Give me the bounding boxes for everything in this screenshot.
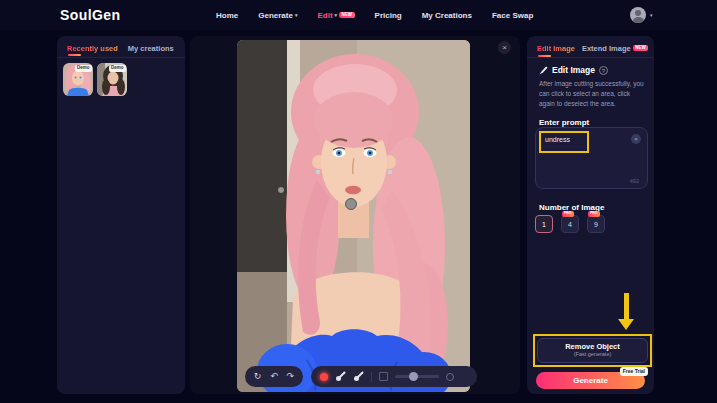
nav-label: Generate: [258, 11, 293, 20]
chevron-down-icon: ▾: [295, 12, 298, 18]
number-option-9[interactable]: PRO 9: [587, 215, 605, 233]
annotation-arrow-down: [618, 293, 635, 330]
demo-badge: Demo: [109, 65, 126, 72]
chevron-down-icon: ▾: [650, 12, 653, 18]
history-sidebar: Recently used My creations Demo: [57, 36, 185, 394]
pro-badge: PRO: [562, 211, 574, 217]
brush-size-slider[interactable]: [395, 375, 439, 378]
nav-label: Edit: [317, 11, 332, 20]
nav-item-pricing[interactable]: Pricing: [375, 11, 402, 20]
portrait-image: [237, 40, 470, 392]
reset-icon[interactable]: ↻: [254, 372, 262, 381]
brush-color-indicator[interactable]: [320, 373, 328, 381]
tab-label: Extend Image: [582, 44, 631, 53]
undo-icon[interactable]: ↶: [270, 372, 278, 381]
annotation-highlight-box: Remove Object (Fast generate): [533, 334, 652, 367]
brush-add-icon[interactable]: [335, 371, 346, 382]
sidebar-tabs: Recently used My creations: [57, 36, 185, 58]
edited-image[interactable]: [237, 40, 470, 392]
remove-object-sublabel: (Fast generate): [574, 351, 612, 358]
tab-label: My creations: [128, 44, 174, 53]
generate-label: Generate: [573, 376, 608, 385]
tab-label: Recently used: [67, 44, 118, 53]
new-badge: NEW: [339, 12, 355, 19]
tab-recently-used[interactable]: Recently used: [67, 44, 118, 57]
nav-item-edit[interactable]: Edit ▾ NEW: [317, 11, 354, 20]
account-menu[interactable]: ▾: [630, 7, 653, 23]
nav-item-face-swap[interactable]: Face Swap: [492, 11, 533, 20]
brush-toolbar: [311, 366, 477, 387]
option-value: 1: [542, 221, 546, 228]
section-title: Edit Image: [552, 65, 595, 75]
tab-extend-image[interactable]: Extend Image NEW: [582, 44, 648, 58]
arrow-head: [618, 319, 634, 330]
brush-icon: [539, 66, 548, 75]
pro-badge: PRO: [588, 211, 600, 217]
remove-object-label: Remove Object: [565, 342, 620, 351]
prompt-label: Enter prompt: [527, 109, 654, 127]
help-icon[interactable]: ?: [599, 66, 608, 75]
free-trial-badge: Free Trial: [620, 367, 648, 376]
section-description: After image cutting successfully, you ca…: [527, 75, 654, 109]
prompt-value: undress: [545, 136, 570, 143]
slider-handle[interactable]: [409, 372, 418, 381]
number-options: 1 PRO 4 PRO 9: [535, 215, 605, 233]
nav-item-generate[interactable]: Generate ▾: [258, 11, 297, 20]
clear-prompt-icon[interactable]: ×: [631, 134, 641, 144]
navbar: SoulGen Home Generate ▾ Edit ▾ NEW Prici…: [0, 0, 717, 30]
main-nav: Home Generate ▾ Edit ▾ NEW Pricing My Cr…: [216, 0, 533, 30]
tab-label: Edit Image: [537, 44, 575, 53]
demo-thumbnail-1[interactable]: Demo: [63, 63, 93, 96]
new-badge: NEW: [633, 45, 649, 52]
option-value: 9: [594, 221, 598, 228]
close-icon[interactable]: ×: [498, 41, 511, 54]
history-toolbar: ↻ ↶ ↷: [245, 366, 303, 387]
section-header: Edit Image ?: [527, 58, 654, 75]
nav-item-home[interactable]: Home: [216, 11, 238, 20]
thumbnail-row: Demo Demo: [57, 58, 185, 101]
brush-erase-icon[interactable]: [353, 371, 364, 382]
number-option-1[interactable]: 1: [535, 215, 553, 233]
nav-label: Home: [216, 11, 238, 20]
divider: [371, 372, 372, 382]
avatar[interactable]: [630, 7, 646, 23]
nav-label: Face Swap: [492, 11, 533, 20]
nav-item-my-creations[interactable]: My Creations: [422, 11, 472, 20]
nav-label: Pricing: [375, 11, 402, 20]
app-logo[interactable]: SoulGen: [60, 7, 120, 23]
tab-my-creations[interactable]: My creations: [128, 44, 174, 57]
generate-button[interactable]: Generate Free Trial: [536, 372, 645, 389]
demo-thumbnail-2[interactable]: Demo: [97, 63, 127, 96]
prompt-input[interactable]: undress × 492: [535, 127, 648, 189]
char-count: 492: [630, 178, 639, 184]
redo-icon[interactable]: ↷: [287, 372, 295, 381]
number-option-4[interactable]: PRO 4: [561, 215, 579, 233]
option-value: 4: [568, 221, 572, 228]
edit-panel-tabs: Edit Image Extend Image NEW: [527, 36, 654, 58]
brush-preview-icon: [446, 373, 454, 381]
number-of-image-label: Number of Image: [527, 194, 614, 212]
edit-panel: Edit Image Extend Image NEW Edit Image ?…: [527, 36, 654, 394]
remove-object-button[interactable]: Remove Object (Fast generate): [537, 338, 648, 363]
chevron-down-icon: ▾: [335, 12, 338, 18]
tab-edit-image[interactable]: Edit Image: [537, 44, 575, 58]
arrow-shaft: [624, 293, 629, 319]
nav-label: My Creations: [422, 11, 472, 20]
rect-select-icon[interactable]: [379, 372, 388, 381]
demo-badge: Demo: [75, 65, 92, 72]
editor-canvas: × ↻ ↶ ↷: [190, 36, 520, 394]
